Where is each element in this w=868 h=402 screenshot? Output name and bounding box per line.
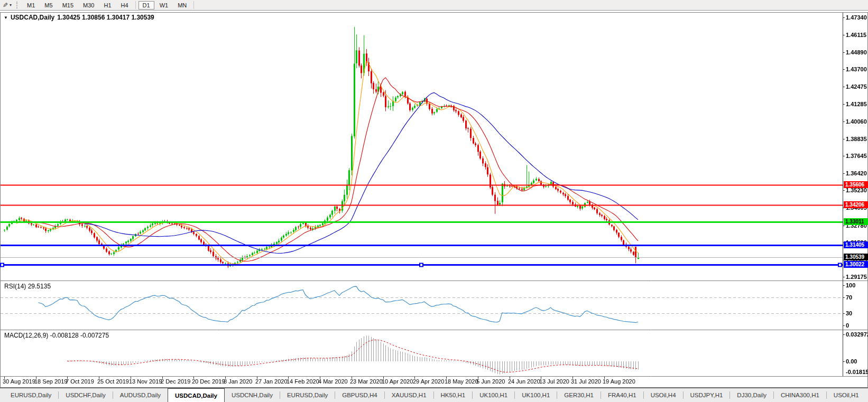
timeframe-toolbar: ✎ ▾ M1M5M15M30H1H4D1W1MN xyxy=(0,0,868,11)
timeframe-button-M1[interactable]: M1 xyxy=(23,1,39,10)
chart-tab-CHINA300-H1[interactable]: CHINA300,H1 xyxy=(774,388,826,402)
timeframe-buttons: M1M5M15M30H1H4D1W1MN xyxy=(22,1,196,10)
chart-tab-USDCHF-Daily[interactable]: USDCHF,Daily xyxy=(59,388,112,402)
toolbar-grip xyxy=(16,2,19,8)
timeframe-button-MN[interactable]: MN xyxy=(173,1,191,10)
timeframe-button-H4[interactable]: H4 xyxy=(117,1,133,10)
price-chart-canvas[interactable] xyxy=(0,11,868,388)
toolbar-separator xyxy=(135,1,136,9)
chart-tab-UK100-H1[interactable]: UK100,H1 xyxy=(515,388,557,402)
chart-tab-GBPUSD-H4[interactable]: GBPUSD,H4 xyxy=(335,388,384,402)
chart-tabs: EURUSD,DailyUSDCHF,DailyAUDUSD,DailyUSDC… xyxy=(4,388,866,402)
tab-scroll-arrows: ◄► xyxy=(866,388,868,402)
mt4-terminal-window: ✎ ▾ M1M5M15M30H1H4D1W1MN ▼ USDCAD,Daily … xyxy=(0,0,868,402)
timeframe-button-M30[interactable]: M30 xyxy=(79,1,98,10)
chart-tab-GER30-H1[interactable]: GER30,H1 xyxy=(557,388,601,402)
chart-tab-UK100-H1[interactable]: UK100,H1 xyxy=(473,388,514,402)
pen-tool-icon[interactable]: ✎ xyxy=(3,2,8,9)
timeframe-button-H1[interactable]: H1 xyxy=(99,1,115,10)
timeframe-button-D1[interactable]: D1 xyxy=(138,1,154,10)
chart-tab-USOil-H4[interactable]: USOil,H4 xyxy=(644,388,683,402)
chart-tab-HK50-H1[interactable]: HK50,H1 xyxy=(434,388,473,402)
chart-tab-USDCAD-Daily[interactable]: USDCAD,Daily xyxy=(168,388,225,402)
chart-tab-USOil-H1[interactable]: USOil,H1 xyxy=(827,388,866,402)
chart-tab-EURUSD-Daily[interactable]: EURUSD,Daily xyxy=(280,388,335,402)
chart-tab-DJ30-Daily[interactable]: DJ30,Daily xyxy=(730,388,773,402)
timeframe-button-M5[interactable]: M5 xyxy=(40,1,57,10)
chart-tab-USDJPY-H1[interactable]: USDJPY,H1 xyxy=(684,388,730,402)
chart-tab-XAUUSD-H1[interactable]: XAUUSD,H1 xyxy=(385,388,433,402)
price-axis[interactable] xyxy=(843,13,868,376)
time-axis[interactable] xyxy=(0,377,843,387)
chart-tab-FRA40-H1[interactable]: FRA40,H1 xyxy=(601,388,643,402)
toolbar-separator xyxy=(193,1,194,9)
chart-tab-AUDUSD-Daily[interactable]: AUDUSD,Daily xyxy=(113,388,168,402)
chart-tab-USDCNH-Daily[interactable]: USDCNH,Daily xyxy=(225,388,280,402)
chart-tab-bar: EURUSD,DailyUSDCHF,DailyAUDUSD,DailyUSDC… xyxy=(0,388,868,402)
chart-tab-EURUSD-Daily[interactable]: EURUSD,Daily xyxy=(4,388,58,402)
timeframe-button-W1[interactable]: W1 xyxy=(155,1,173,10)
timeframe-button-M15[interactable]: M15 xyxy=(58,1,78,10)
tool-dropdown-caret-icon[interactable]: ▾ xyxy=(10,3,12,7)
